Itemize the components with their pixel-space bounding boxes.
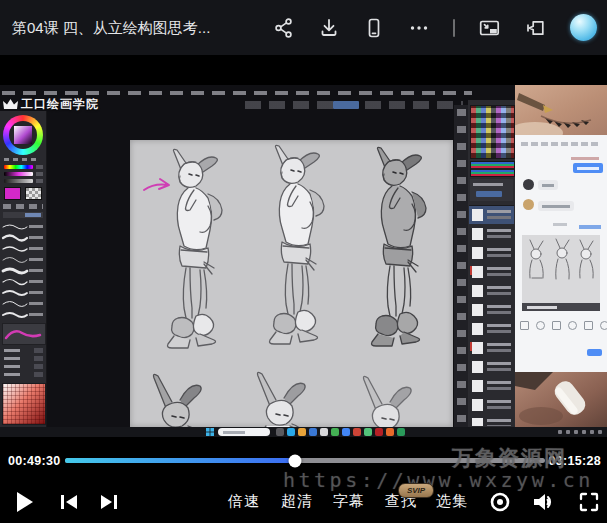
play-button[interactable]	[15, 490, 35, 514]
episodes-button[interactable]: 选集	[436, 480, 468, 523]
progress-row: 00:49:30 03:15:28	[0, 445, 607, 480]
chat-window	[515, 135, 607, 372]
video-surface[interactable]: 工口绘画学院	[0, 55, 607, 445]
color-brush-panel	[0, 111, 47, 432]
mini-palette	[470, 161, 515, 177]
chat-shared-image	[522, 235, 600, 311]
taskbar-search	[218, 428, 270, 436]
video-title: 第04课 四、从立绘构图思考...	[12, 0, 210, 55]
annotation-arrow	[144, 179, 169, 190]
player-topbar: 第04课 四、从立绘构图思考...	[0, 0, 607, 55]
progress-fill	[65, 458, 295, 463]
progress-knob[interactable]	[289, 454, 302, 467]
chat-avatar	[523, 179, 534, 190]
mini-window-icon[interactable]	[524, 17, 547, 39]
pip-icon[interactable]	[478, 17, 501, 39]
progress-track[interactable]	[65, 458, 545, 463]
topbar-divider	[453, 19, 455, 37]
user-avatar[interactable]	[570, 14, 597, 41]
subtitle-button[interactable]: 字幕	[333, 480, 365, 523]
windows-logo-icon	[206, 428, 214, 436]
fullscreen-icon[interactable]	[578, 491, 600, 513]
video-player: 第04课 四、从立绘构图思考...	[0, 0, 607, 523]
chat-blue-button	[573, 163, 603, 173]
brush-parameters	[2, 347, 44, 379]
captured-desktop: 工口绘画学院	[0, 85, 607, 437]
chat-toolbar-icons	[520, 321, 607, 330]
taskbar-tray	[558, 430, 602, 434]
topbar-actions	[273, 0, 597, 55]
value-slider	[4, 179, 33, 183]
share-icon[interactable]	[273, 17, 295, 39]
brush-list	[1, 221, 45, 321]
paint-app-toolbar	[245, 101, 463, 109]
volume-icon[interactable]	[531, 491, 558, 513]
color-swatches	[4, 187, 42, 200]
total-time: 03:15:28	[549, 454, 601, 468]
saturation-slider	[4, 172, 33, 176]
download-icon[interactable]	[318, 17, 340, 39]
crown-icon	[3, 99, 18, 111]
layer-controls	[470, 179, 513, 201]
layers-panel	[469, 205, 514, 428]
phone-icon[interactable]	[363, 17, 385, 39]
speed-button[interactable]: 倍速	[228, 480, 260, 523]
brush-stroke-preview	[2, 323, 46, 345]
chat-send-button	[587, 349, 602, 356]
color-mixer-grid	[2, 383, 46, 425]
quality-button[interactable]: 超清	[281, 480, 313, 523]
tool-strip	[453, 105, 469, 430]
hand-closeup-photo	[515, 372, 607, 430]
chat-avatar	[523, 199, 534, 210]
eye-closeup-photo	[515, 85, 607, 135]
windows-taskbar	[0, 427, 607, 437]
chat-header	[521, 142, 599, 146]
chat-bubble	[538, 180, 558, 190]
hue-slider	[4, 165, 33, 169]
previous-button[interactable]	[57, 492, 80, 512]
find-button[interactable]: 查找	[385, 480, 417, 523]
controls-bar: 倍速 超清 字幕 查找 选集	[0, 480, 607, 523]
swatch-mosaic	[470, 105, 515, 159]
record-target-icon[interactable]	[488, 490, 512, 514]
more-icon[interactable]	[408, 17, 430, 39]
current-time: 00:49:30	[8, 454, 60, 468]
character-sketches	[130, 140, 453, 427]
chat-link	[579, 225, 601, 229]
secondary-screen	[515, 85, 607, 430]
taskbar-app-icons	[276, 428, 405, 436]
paint-app-menubar	[2, 91, 472, 95]
chat-bubble	[538, 201, 574, 211]
color-wheel	[3, 115, 43, 155]
paint-canvas	[130, 140, 453, 427]
next-button[interactable]	[98, 492, 121, 512]
